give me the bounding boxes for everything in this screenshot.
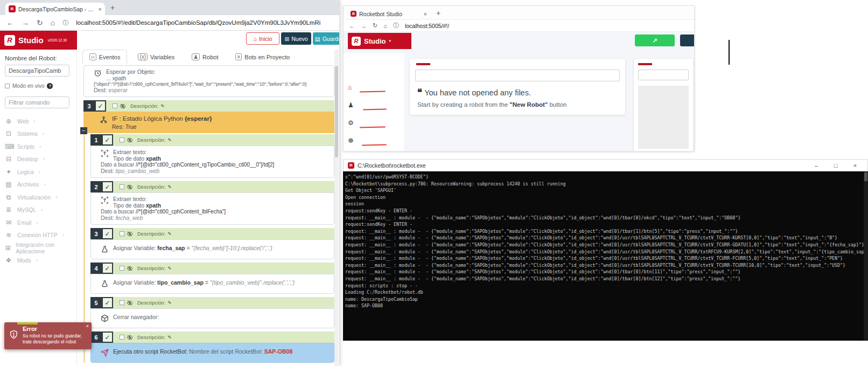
tab-bots-en-proyecto[interactable]: ≡Bots en Proyecto: [229, 50, 296, 64]
step-header[interactable]: 4 ✓ Descripción: ✎: [90, 263, 334, 274]
collapse-icon[interactable]: −: [80, 127, 87, 134]
home-icon[interactable]: ⌂: [383, 23, 387, 29]
tab-variables[interactable]: (x)Variables: [131, 50, 181, 64]
eye-slash-icon[interactable]: [127, 137, 133, 143]
search-input[interactable]: [415, 70, 620, 81]
tab-close-icon[interactable]: ×: [99, 6, 102, 12]
browser-tab[interactable]: R Rocketbot Studio ×: [348, 8, 430, 19]
if-step-body[interactable]: − IF : Estado Lógica Python {esperar} Re…: [83, 112, 334, 133]
sidebar-item-email[interactable]: ✉Email›: [5, 216, 72, 229]
step-select-checkbox[interactable]: [113, 103, 117, 108]
step-enabled-check[interactable]: ✓: [95, 100, 106, 112]
inicio-button[interactable]: ⌂ Inicio: [246, 32, 279, 45]
if-step-header[interactable]: 3 ✓ Descripción: ✎: [83, 100, 334, 112]
step-enabled-check[interactable]: ✓: [102, 297, 113, 308]
step-header[interactable]: 3 ✓ Descripción: ✎: [90, 228, 334, 239]
step-extract-card[interactable]: Extraer texto: Tipo de dato xpath Dato a…: [90, 192, 334, 225]
eye-slash-icon[interactable]: [120, 103, 126, 109]
nuevo-button[interactable]: ⊞ Nuevo: [281, 32, 311, 45]
robot-name-input[interactable]: DescargaTipoCamb: [5, 65, 69, 77]
terminal-scrollbar[interactable]: [864, 171, 868, 341]
error-toast[interactable]: × Error Su robot no se pudo guardar, tra…: [4, 322, 92, 349]
sidebar-item-sistema[interactable]: ⊡Sistema›: [5, 128, 72, 141]
edit-pencil-icon[interactable]: ✎: [167, 231, 172, 237]
gears-icon[interactable]: ⚙: [348, 119, 354, 127]
step-run-script-card[interactable]: Ejecuta otro script RocketBot: Nombre de…: [90, 343, 334, 363]
minimize-button[interactable]: –: [808, 162, 824, 169]
step-assign-card[interactable]: Asignar Variable: fecha_sap = "{fecha_we…: [90, 239, 334, 259]
guardar-button[interactable]: ▤ Guardar: [313, 32, 339, 45]
reload-icon[interactable]: ↻: [37, 18, 43, 27]
toast-close-icon[interactable]: ×: [86, 323, 89, 329]
step-header[interactable]: 2 ✓ Descripción: ✎: [90, 181, 334, 192]
settings-wheel-icon[interactable]: ☸: [348, 137, 354, 144]
terminal-output[interactable]: s":"wnd[0]/usr/pwdRSYST-BCODE"} C:\Rocke…: [343, 171, 868, 341]
close-button[interactable]: ×: [847, 162, 863, 169]
step-enabled-check[interactable]: ✓: [102, 332, 113, 343]
terminal-titlebar[interactable]: R C:\Rocketbot\rocketbot.exe – □ ×: [343, 159, 868, 171]
scrollbar[interactable]: [334, 50, 339, 366]
step-close-browser-card[interactable]: Cerrar navegador:: [90, 308, 334, 328]
terminal-scrollbar-thumb[interactable]: [864, 172, 867, 181]
step-select-checkbox[interactable]: [120, 231, 124, 236]
dark-action-button[interactable]: [680, 34, 695, 46]
step-enabled-check[interactable]: ✓: [102, 134, 113, 146]
step-header[interactable]: 6 ✓ Descripción: ✎: [90, 332, 334, 343]
maximize-button[interactable]: □: [828, 162, 844, 169]
sidebar-item-logica[interactable]: ✦Logica›: [5, 165, 72, 178]
eye-slash-icon[interactable]: [127, 265, 133, 272]
step-enabled-check[interactable]: ✓: [102, 181, 113, 192]
step-select-checkbox[interactable]: [120, 266, 124, 271]
sidebar-item-mods[interactable]: ❖Mods›: [5, 254, 72, 267]
browser-tab[interactable]: R DescargaTipoCambioSap - Rocke ×: [5, 3, 105, 15]
forward-icon[interactable]: →: [22, 18, 29, 27]
home-icon[interactable]: ⌂: [348, 84, 352, 91]
sidebar-item-archivos[interactable]: ▤Archivos›: [5, 178, 72, 191]
new-tab-button[interactable]: +: [110, 3, 115, 12]
step-enabled-check[interactable]: ✓: [102, 228, 113, 239]
help-icon[interactable]: ?: [47, 83, 53, 89]
new-tab-button[interactable]: +: [436, 9, 440, 17]
sidebar-item-web[interactable]: ⊕Web›: [5, 115, 72, 128]
step-enabled-check[interactable]: ✓: [102, 263, 113, 274]
sidebar-item-scripts[interactable]: ⌨Scripts›: [5, 140, 72, 153]
site-info-icon[interactable]: ⓘ: [62, 19, 68, 27]
tab-eventos[interactable]: ‹›Eventos: [82, 50, 127, 64]
step-header[interactable]: 5 ✓ Descripción: ✎: [90, 297, 334, 308]
eye-slash-icon[interactable]: [127, 184, 133, 190]
edit-pencil-icon[interactable]: ✎: [167, 335, 172, 340]
edit-pencil-icon[interactable]: ✎: [167, 137, 172, 143]
edit-pencil-icon[interactable]: ✎: [167, 184, 172, 190]
step-esperar-card[interactable]: Esperar por Objeto: ... xpath {"object":…: [83, 65, 334, 97]
sidebar-item-integracion[interactable]: ⊞Integración con Aplicacione: [5, 241, 72, 254]
edit-pencil-icon[interactable]: ✎: [160, 103, 165, 109]
sidebar-item-conexion-http[interactable]: ≋Conexión HTTP›: [5, 229, 72, 242]
edit-pencil-icon[interactable]: ✎: [167, 266, 172, 271]
back-icon[interactable]: ←: [6, 18, 14, 27]
edit-pencil-icon[interactable]: ✎: [167, 300, 172, 306]
tab-robot[interactable]: ♟Robot: [185, 50, 225, 64]
address-url[interactable]: localhost:5005/#!/: [405, 23, 449, 29]
scrollbar-thumb[interactable]: [335, 66, 338, 157]
sidebar-item-virtualizacion[interactable]: ⧉Virtualización›: [5, 191, 72, 204]
reload-icon[interactable]: ↻: [373, 22, 377, 29]
step-extract-card[interactable]: Extraer texto: Tipo de dato xpath Dato a…: [90, 146, 334, 178]
eye-slash-icon[interactable]: [127, 334, 133, 341]
tab-close-icon[interactable]: ×: [424, 11, 427, 17]
site-info-icon[interactable]: ⓘ: [393, 22, 399, 30]
panel-input[interactable]: [638, 70, 689, 80]
step-header[interactable]: 1 ✓ Descripción: ✎: [90, 134, 334, 146]
filter-command-input[interactable]: Filtrar comando: [5, 96, 69, 108]
eye-slash-icon[interactable]: [127, 300, 133, 306]
address-url[interactable]: localhost:5005/#!/edit/DescargaTipoCambi…: [76, 19, 320, 26]
step-assign-card[interactable]: Asignar Variable: tipo_cambio_sap = "{ti…: [90, 274, 334, 294]
robot-icon[interactable]: ♟: [348, 101, 354, 109]
modo-en-vivo-checkbox[interactable]: [5, 84, 10, 88]
step-select-checkbox[interactable]: [120, 335, 124, 340]
sidebar-item-mysql[interactable]: ≣MySQL›: [5, 204, 72, 217]
eye-slash-icon[interactable]: [127, 231, 133, 237]
send-button[interactable]: ↗: [635, 34, 675, 46]
step-select-checkbox[interactable]: [120, 184, 124, 189]
back-icon[interactable]: ←: [349, 23, 355, 29]
home-icon[interactable]: ⌂: [51, 18, 55, 27]
